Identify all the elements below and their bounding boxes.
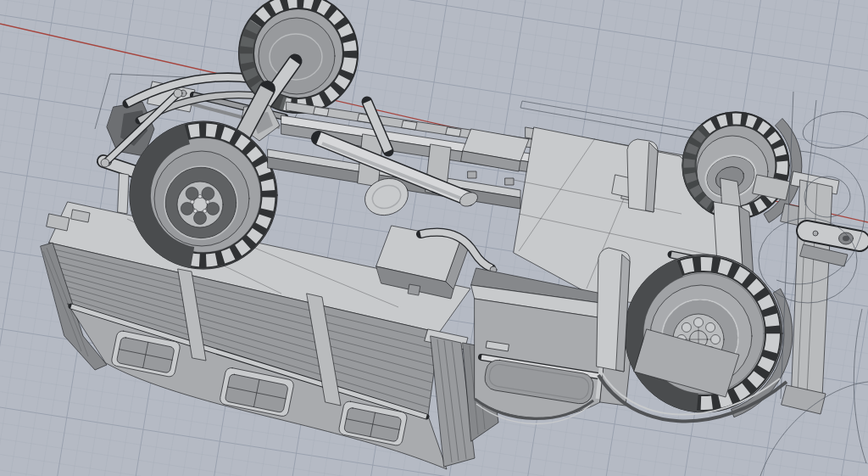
viewport-3d[interactable] [0,0,868,476]
mudguard-1[interactable] [627,139,658,212]
front-left-wheel[interactable] [130,121,277,269]
front-left-hub [177,182,223,227]
mudguard-2[interactable] [597,248,630,372]
scene-svg[interactable] [0,0,868,476]
battery-clip [408,284,420,295]
hanger-strip [118,173,129,214]
